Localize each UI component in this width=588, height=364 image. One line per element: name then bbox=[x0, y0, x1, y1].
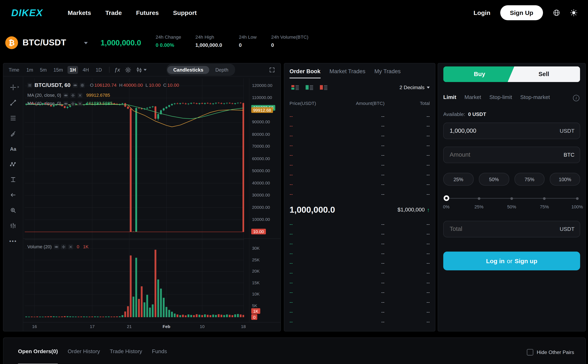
tab-my-trades[interactable]: My Trades bbox=[374, 68, 401, 78]
mode-asks-icon[interactable] bbox=[319, 84, 329, 91]
tab-order-history[interactable]: Order History bbox=[68, 338, 100, 364]
percent-100[interactable]: 100% bbox=[550, 173, 580, 185]
ma40-eye-icon[interactable] bbox=[63, 101, 68, 106]
globe-icon[interactable] bbox=[553, 9, 560, 17]
ask-row[interactable]: ------ bbox=[289, 131, 430, 141]
interval-1d[interactable]: 1D bbox=[93, 66, 104, 74]
ask-row[interactable]: ------ bbox=[289, 160, 430, 170]
ask-row[interactable]: ------ bbox=[289, 111, 430, 121]
tab-open-orders-0[interactable]: Open Orders(0) bbox=[18, 338, 58, 364]
legend-eye-icon[interactable] bbox=[73, 83, 78, 88]
volume-settings-icon[interactable] bbox=[61, 244, 66, 249]
order-type-limit[interactable]: Limit bbox=[443, 94, 456, 100]
percent-25[interactable]: 25% bbox=[443, 173, 473, 185]
interval-5m[interactable]: 5m bbox=[38, 66, 49, 74]
ask-row[interactable]: ------ bbox=[289, 150, 430, 160]
bid-row[interactable]: ------ bbox=[289, 239, 430, 249]
legend-symbol-text[interactable]: BTC/USDT, 60 bbox=[35, 82, 71, 88]
tab-market-trades[interactable]: Market Trades bbox=[329, 68, 366, 78]
ma40-settings-icon[interactable] bbox=[71, 101, 75, 106]
signup-button[interactable]: Sign Up bbox=[500, 5, 543, 20]
bid-row[interactable]: ------ bbox=[289, 317, 430, 327]
ma40-close-icon[interactable] bbox=[78, 101, 83, 106]
interval-15m[interactable]: 15m bbox=[51, 66, 65, 74]
login-signup-button[interactable]: Log in or Sign up bbox=[443, 252, 580, 270]
ask-row[interactable]: ------ bbox=[289, 121, 430, 131]
nav-item-support[interactable]: Support bbox=[173, 9, 197, 16]
bid-row[interactable]: ------ bbox=[289, 297, 430, 307]
total-input[interactable] bbox=[449, 225, 556, 233]
percent-75[interactable]: 75% bbox=[514, 173, 545, 185]
bid-row[interactable]: ------ bbox=[289, 219, 430, 229]
fib-lines-tool[interactable] bbox=[7, 112, 20, 124]
trendline-tool[interactable] bbox=[7, 97, 20, 108]
volume-label[interactable]: Volume (20) bbox=[27, 244, 52, 249]
buy-tab[interactable]: Buy bbox=[443, 66, 516, 82]
bid-row[interactable]: ------ bbox=[289, 229, 430, 239]
order-type-stop-market[interactable]: Stop-market bbox=[520, 94, 550, 100]
chart-canvas[interactable] bbox=[25, 78, 244, 317]
view-depth[interactable]: Depth bbox=[209, 66, 234, 74]
arrow-left-tool[interactable] bbox=[7, 189, 20, 201]
slider-handle[interactable] bbox=[444, 195, 449, 201]
amount-input[interactable] bbox=[449, 151, 560, 159]
mode-both-icon[interactable] bbox=[290, 84, 300, 91]
ma20-label[interactable]: MA (20, close, 0) bbox=[27, 93, 61, 98]
chart-style-candle-icon[interactable] bbox=[136, 66, 147, 73]
bar-pattern-tool[interactable] bbox=[7, 220, 20, 231]
bid-row[interactable]: ------ bbox=[289, 287, 430, 297]
xabcd-pattern-tool[interactable] bbox=[7, 159, 20, 170]
ma20-settings-icon[interactable] bbox=[71, 93, 75, 98]
nav-item-futures[interactable]: Futures bbox=[136, 9, 159, 16]
bid-row[interactable]: ------ bbox=[289, 249, 430, 259]
ask-row[interactable]: ------ bbox=[289, 180, 430, 189]
interval-4h[interactable]: 4H bbox=[80, 66, 91, 74]
measure-tool[interactable] bbox=[7, 174, 20, 185]
amount-slider[interactable] bbox=[443, 195, 580, 202]
bid-row[interactable]: ------ bbox=[289, 278, 430, 288]
info-icon[interactable]: i bbox=[573, 95, 579, 101]
bid-row[interactable]: ------ bbox=[289, 307, 430, 317]
ma40-label[interactable]: MA (40, close, 0) bbox=[27, 101, 61, 106]
pair-name[interactable]: BTC/USDT bbox=[22, 37, 66, 48]
price-input[interactable] bbox=[449, 127, 556, 135]
tab-order-book[interactable]: Order Book bbox=[289, 68, 320, 78]
legend-menu-icon[interactable] bbox=[27, 83, 32, 88]
slider-dot-25[interactable] bbox=[478, 197, 480, 200]
tab-trade-history[interactable]: Trade History bbox=[110, 338, 142, 364]
tab-funds[interactable]: Funds bbox=[152, 338, 167, 364]
price-axis[interactable]: 120000.00110000.0090000.0080000.0070000.… bbox=[252, 78, 280, 326]
login-link[interactable]: Login bbox=[473, 9, 490, 16]
volume-eye-icon[interactable] bbox=[54, 244, 59, 249]
interval-1h[interactable]: 1H bbox=[67, 66, 78, 74]
sell-tab[interactable]: Sell bbox=[508, 66, 580, 82]
ma20-close-icon[interactable] bbox=[78, 93, 83, 98]
mode-bids-icon[interactable] bbox=[305, 84, 314, 91]
slider-dot-100[interactable] bbox=[576, 197, 579, 200]
ask-row[interactable]: ------ bbox=[289, 170, 430, 180]
bid-row[interactable]: ------ bbox=[289, 268, 430, 278]
interval-1m[interactable]: 1m bbox=[24, 66, 35, 74]
crosshair-tool[interactable] bbox=[7, 82, 20, 93]
legend-settings-icon[interactable] bbox=[80, 83, 85, 88]
nav-item-trade[interactable]: Trade bbox=[105, 9, 122, 16]
nav-item-markets[interactable]: Markets bbox=[68, 9, 91, 16]
order-type-market[interactable]: Market bbox=[464, 94, 481, 100]
volume-close-icon[interactable] bbox=[68, 244, 73, 249]
ask-row[interactable]: ------ bbox=[289, 141, 430, 150]
brush-tool[interactable] bbox=[7, 128, 20, 139]
theme-sun-icon[interactable] bbox=[570, 9, 578, 17]
app-logo[interactable]: DIKEX bbox=[11, 7, 43, 19]
more-tools[interactable]: ••• bbox=[7, 235, 20, 247]
slider-dot-75[interactable] bbox=[543, 197, 546, 200]
slider-dot-50[interactable] bbox=[510, 197, 513, 200]
chart-settings-gear-icon[interactable] bbox=[125, 66, 131, 73]
ma20-eye-icon[interactable] bbox=[63, 93, 68, 98]
bid-row[interactable]: ------ bbox=[289, 258, 430, 268]
indicators-fx-icon[interactable]: ƒx bbox=[114, 67, 120, 73]
text-tool[interactable]: Aa bbox=[7, 143, 20, 154]
ask-row[interactable]: ------ bbox=[289, 189, 430, 199]
fullscreen-icon[interactable] bbox=[269, 66, 275, 73]
mid-price[interactable]: 1,000,000.0 bbox=[289, 204, 335, 215]
zoom-in-tool[interactable] bbox=[7, 205, 20, 216]
